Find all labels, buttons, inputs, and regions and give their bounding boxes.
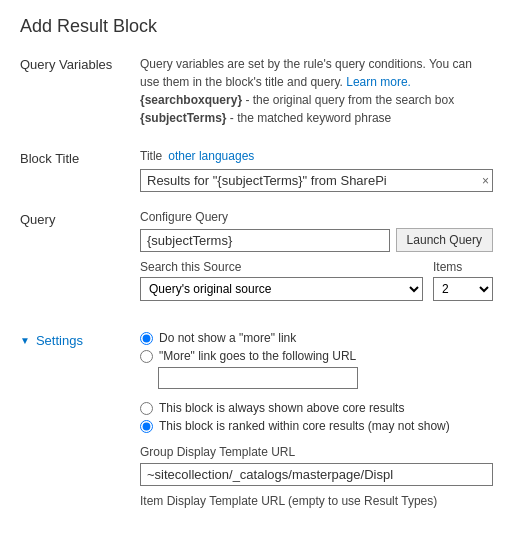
title-input[interactable]	[140, 169, 493, 192]
title-input-wrapper: ×	[140, 169, 493, 192]
query-variables-label: Query Variables	[20, 55, 140, 131]
ranked-within-radio[interactable]	[140, 420, 153, 433]
block-title-label: Block Title	[20, 149, 140, 192]
more-link-url-input[interactable]	[158, 367, 358, 389]
settings-label: Settings	[36, 333, 83, 348]
always-above-radio[interactable]	[140, 402, 153, 415]
title-label-text: Title	[140, 149, 162, 163]
var2-desc: - the matched keyword phrase	[230, 111, 391, 125]
search-source-select[interactable]: Query's original source Local SharePoint…	[140, 277, 423, 301]
configure-query-label: Configure Query	[140, 210, 493, 224]
core-results-radio-group: This block is always shown above core re…	[140, 401, 493, 433]
settings-section-label: ▼ Settings	[20, 331, 140, 516]
more-link-radio-group: Do not show a "more" link "More" link go…	[140, 331, 493, 389]
more-link-url-radio[interactable]	[140, 350, 153, 363]
query-label: Query	[20, 210, 140, 313]
ranked-within-option[interactable]: This block is ranked within core results…	[140, 419, 493, 433]
launch-query-button[interactable]: Launch Query	[396, 228, 493, 252]
settings-content: Do not show a "more" link "More" link go…	[140, 331, 493, 516]
more-link-url-option[interactable]: "More" link goes to the following URL	[140, 349, 493, 363]
block-title-content: Title other languages ×	[140, 149, 493, 192]
always-above-label: This block is always shown above core re…	[159, 401, 404, 415]
var2-keyword: {subjectTerms}	[140, 111, 226, 125]
item-display-label: Item Display Template URL (empty to use …	[140, 494, 493, 508]
var1-desc: - the original query from the search box	[245, 93, 454, 107]
no-more-link-label: Do not show a "more" link	[159, 331, 296, 345]
title-row: Title other languages	[140, 149, 493, 163]
item-display-url-group: Item Display Template URL (empty to use …	[140, 494, 493, 508]
query-variables-info: Query variables are set by the rule's qu…	[140, 55, 493, 127]
source-items-row: Search this Source Query's original sour…	[140, 260, 493, 301]
triangle-icon: ▼	[20, 335, 30, 346]
settings-section: ▼ Settings Do not show a "more" link "Mo…	[20, 331, 493, 516]
always-above-option[interactable]: This block is always shown above core re…	[140, 401, 493, 415]
group-display-label: Group Display Template URL	[140, 445, 493, 459]
ranked-within-label: This block is ranked within core results…	[159, 419, 450, 433]
other-languages-link[interactable]: other languages	[168, 149, 254, 163]
title-clear-button[interactable]: ×	[482, 175, 489, 187]
var1-keyword: {searchboxquery}	[140, 93, 242, 107]
items-select[interactable]: 2 3 4 5 10	[433, 277, 493, 301]
page-title: Add Result Block	[20, 16, 493, 37]
learn-more-link[interactable]: Learn more.	[346, 75, 411, 89]
source-col: Search this Source Query's original sour…	[140, 260, 423, 301]
items-label: Items	[433, 260, 493, 274]
query-input-row: Launch Query	[140, 228, 493, 252]
more-link-url-label: "More" link goes to the following URL	[159, 349, 356, 363]
no-more-link-radio[interactable]	[140, 332, 153, 345]
query-content: Configure Query Launch Query Search this…	[140, 210, 493, 313]
items-col: Items 2 3 4 5 10	[433, 260, 493, 301]
query-input[interactable]	[140, 229, 390, 252]
settings-toggle[interactable]: ▼ Settings	[20, 333, 140, 348]
query-variables-content: Query variables are set by the rule's qu…	[140, 55, 493, 131]
no-more-link-option[interactable]: Do not show a "more" link	[140, 331, 493, 345]
page-container: Add Result Block Query Variables Query v…	[0, 0, 513, 550]
group-display-input[interactable]	[140, 463, 493, 486]
query-variables-section: Query Variables Query variables are set …	[20, 55, 493, 131]
group-display-url-group: Group Display Template URL	[140, 445, 493, 486]
block-title-section: Block Title Title other languages ×	[20, 149, 493, 192]
query-section: Query Configure Query Launch Query Searc…	[20, 210, 493, 313]
search-source-label: Search this Source	[140, 260, 423, 274]
